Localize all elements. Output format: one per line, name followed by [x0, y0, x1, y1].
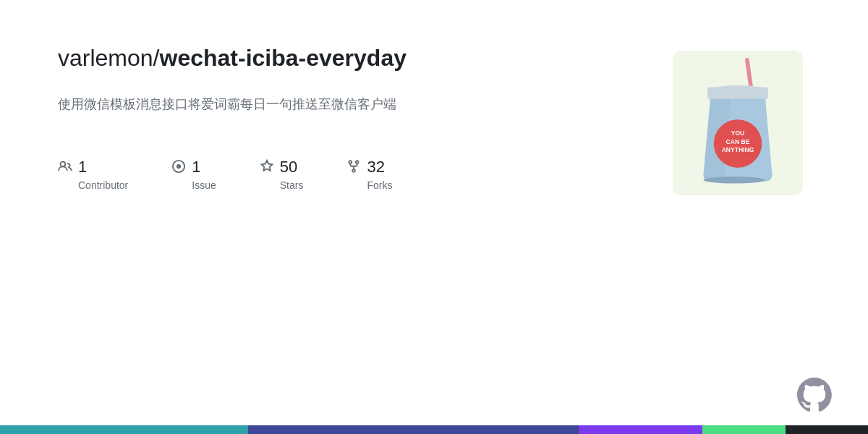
stat-stars-top: 50 [260, 158, 297, 176]
svg-point-9 [704, 176, 766, 184]
stat-contributor-top: 1 [58, 158, 87, 176]
issue-label: Issue [192, 179, 216, 191]
stat-issue[interactable]: 1 Issue [171, 158, 216, 191]
contributor-count: 1 [78, 158, 87, 176]
right-section: YOU CAN BE ANYTHING [665, 43, 810, 195]
repo-title: varlemon/wechat-iciba-everyday [58, 43, 637, 74]
stars-label: Stars [280, 179, 304, 191]
bar-teal [0, 425, 248, 434]
svg-point-1 [176, 164, 181, 169]
stat-contributor[interactable]: 1 Contributor [58, 158, 128, 191]
issue-count: 1 [192, 158, 200, 176]
main-content: varlemon/wechat-iciba-everyday 使用微信模板消息接… [0, 0, 868, 224]
contributor-label: Contributor [78, 179, 128, 191]
github-logo [797, 378, 832, 412]
left-section: varlemon/wechat-iciba-everyday 使用微信模板消息接… [58, 43, 637, 191]
repo-image: YOU CAN BE ANYTHING [673, 51, 803, 195]
bottom-bar [0, 425, 868, 434]
stars-count: 50 [280, 158, 297, 176]
contributor-icon [58, 159, 72, 176]
svg-text:ANYTHING: ANYTHING [722, 146, 754, 153]
bar-purple [579, 425, 702, 434]
svg-text:CAN BE: CAN BE [726, 138, 750, 145]
issue-icon [171, 159, 186, 176]
stat-forks[interactable]: 32 Forks [346, 158, 392, 191]
repo-owner: varlemon/ [58, 45, 160, 71]
fork-icon [346, 159, 361, 176]
star-icon [260, 159, 274, 176]
forks-label: Forks [367, 179, 392, 191]
forks-count: 32 [367, 158, 384, 176]
stats-row: 1 Contributor 1 Issue [58, 158, 637, 191]
svg-text:YOU: YOU [731, 129, 745, 137]
stat-stars[interactable]: 50 Stars [260, 158, 304, 191]
bar-blue [248, 425, 579, 434]
bar-green [702, 425, 785, 434]
cup-illustration: YOU CAN BE ANYTHING [687, 54, 788, 192]
repo-name: wechat-iciba-everyday [160, 45, 407, 71]
svg-rect-4 [707, 88, 768, 100]
repo-description: 使用微信模板消息接口将爱词霸每日一句推送至微信客户端 [58, 94, 637, 115]
stat-forks-top: 32 [346, 158, 384, 176]
stat-issue-top: 1 [171, 158, 200, 176]
bar-dark [786, 425, 868, 434]
